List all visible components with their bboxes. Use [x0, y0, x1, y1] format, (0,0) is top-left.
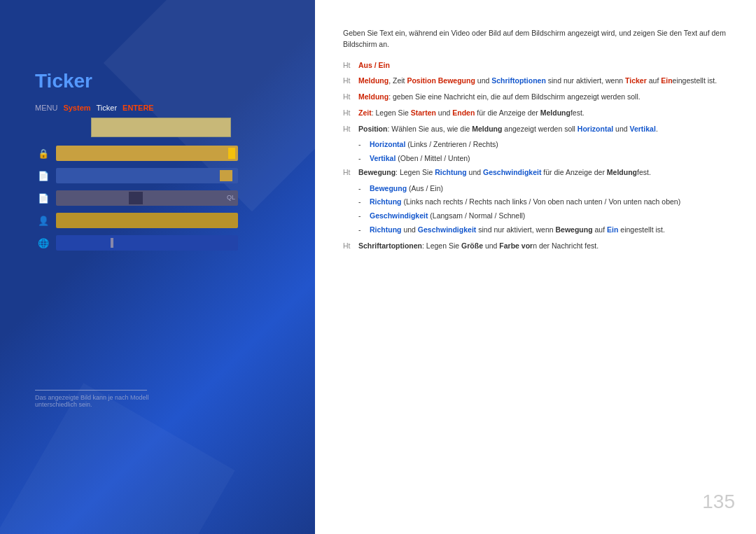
c2-position: Position	[407, 76, 435, 85]
menu-bar: MENU System Ticker ENTERE	[35, 104, 154, 112]
sub-item-b1: - Bewegung (Aus / Ein)	[358, 183, 735, 195]
c4-rest1: : Legen Sie	[372, 108, 411, 117]
c4-meldung: Meldung	[540, 108, 570, 117]
c4-enden: Enden	[452, 108, 475, 117]
sub-text-b1: Bewegung (Aus / Ein)	[370, 183, 443, 195]
sub-item-v1: - Vertikal (Oben / Mittel / Unten)	[358, 153, 735, 164]
row-icon-3: 📄	[35, 190, 52, 206]
c6-und: und	[467, 168, 483, 176]
menu-row-4: 👤	[35, 211, 238, 230]
aus-ein-text: Aus / Ein	[358, 61, 390, 69]
bar-dark-indicator	[129, 192, 143, 204]
content-line-1: Ht Aus / Ein	[343, 60, 735, 71]
right-panel: Geben Sie Text ein, während ein Video od…	[322, 0, 756, 534]
dash-4: -	[358, 197, 370, 208]
c4-zeit: Zeit	[358, 108, 372, 117]
c7-auf: auf	[593, 225, 607, 234]
c6-bewegung: Bewegung	[358, 168, 396, 176]
sub-item-h1: - Horizontal (Links / Zentrieren / Recht…	[358, 139, 735, 150]
c7-ein: Ein	[607, 225, 618, 234]
c7-bewegung: Bewegung	[556, 225, 593, 234]
c8-schrift: Schriftartoptionen	[358, 241, 422, 250]
c4-und: und	[436, 108, 452, 117]
c2-und: und	[475, 76, 491, 85]
sub-vertikal: Vertikal	[370, 154, 396, 162]
c4-rest2: für die Anzeige der	[475, 108, 540, 117]
page-number: 135	[702, 491, 735, 513]
row-icon-5: 🌐	[35, 234, 52, 251]
sub-text-b3: Geschwindigkeit (Langsam / Normal / Schn…	[370, 211, 525, 222]
menu-item-system[interactable]: System	[63, 104, 90, 112]
c2-eingestellt: eingestellt ist.	[673, 76, 718, 85]
content-line-7: - Richtung und Geschwindigkeit sind nur …	[358, 225, 735, 236]
dash-6: -	[358, 225, 370, 236]
sub-horizontal: Horizontal	[370, 140, 405, 148]
ht-label-3: Ht	[343, 92, 358, 103]
menu-item-ticker[interactable]: Ticker	[97, 104, 118, 112]
page-title: Ticker	[35, 70, 92, 92]
content-text-1: Aus / Ein	[358, 60, 735, 71]
c5-dot: .	[656, 125, 658, 133]
c5-rest1: : Wählen Sie aus, wie die	[387, 125, 472, 133]
c3-meldung: Meldung	[358, 92, 388, 101]
menu-rows: 🔒 📄 📄 QL 👤 🌐	[35, 143, 238, 255]
content-line-6: Ht Bewegung: Legen Sie Richtung und Gesc…	[343, 167, 735, 178]
content-line-5: Ht Position: Wählen Sie aus, wie die Mel…	[343, 124, 735, 135]
c4-starten: Starten	[411, 108, 436, 117]
content-text-4: Zeit: Legen Sie Starten und Enden für di…	[358, 108, 735, 119]
row-icon-4: 👤	[35, 212, 52, 229]
c8-rest2: n der Nachricht fest.	[533, 241, 598, 250]
c3-rest: : geben Sie eine Nachricht ein, die auf …	[388, 92, 640, 101]
footnote-text: Das angezeigte Bild kann je nach Modell …	[35, 394, 149, 408]
content-text-8: Schriftartoptionen: Legen Sie Größe und …	[358, 241, 735, 252]
c5-und: und	[613, 125, 629, 133]
ht-label-2: Ht	[343, 76, 358, 87]
c6-meldung: Meldung	[607, 168, 637, 176]
c5-meldung: Meldung	[472, 125, 502, 133]
c2-sind: sind nur aktiviert, wenn	[546, 76, 625, 85]
menu-item-entere[interactable]: ENTERE	[122, 104, 154, 112]
c6-richtung: Richtung	[435, 168, 467, 176]
bar-indicator-1	[228, 148, 235, 159]
sub-text-h1: Horizontal (Links / Zentrieren / Rechts)	[370, 139, 498, 150]
c2-ticker: Ticker	[625, 76, 647, 85]
row-bar-2	[56, 168, 238, 183]
footnote: Das angezeigte Bild kann je nach Modell …	[35, 390, 175, 408]
c2-meldung: Meldung	[358, 76, 388, 85]
row-bar-1	[56, 146, 238, 161]
c7-geschw: Geschwindigkeit	[418, 225, 476, 234]
content-line-2: Ht Meldung, Zeit Position Bewegung und S…	[343, 76, 735, 87]
ht-label-5: Ht	[343, 124, 358, 135]
left-panel: Ticker MENU System Ticker ENTERE 🔒 📄 📄	[0, 0, 315, 534]
c5-horizontal: Horizontal	[578, 125, 613, 133]
sub-bewegung: Bewegung	[370, 184, 407, 192]
ht-label-6: Ht	[343, 167, 358, 178]
screen-mockup	[91, 118, 231, 137]
c7-eingestellt: eingestellt ist.	[618, 225, 665, 234]
content-text-7: Richtung und Geschwindigkeit sind nur ak…	[370, 225, 735, 236]
row-icon-1: 🔒	[35, 145, 52, 162]
content-text-6: Bewegung: Legen Sie Richtung und Geschwi…	[358, 167, 735, 178]
c6-geschw: Geschwindigkeit	[483, 168, 541, 176]
ht-label-8: Ht	[343, 241, 358, 252]
c5-rest2: angezeigt werden soll	[502, 125, 577, 133]
content-line-3: Ht Meldung: geben Sie eine Nachricht ein…	[343, 92, 735, 103]
c2-schrift: Schriftoptionen	[491, 76, 546, 85]
dash-5: -	[358, 211, 370, 222]
content-line-4: Ht Zeit: Legen Sie Starten und Enden für…	[343, 108, 735, 119]
c2-bewegung: Bewegung	[438, 76, 475, 85]
row-bar-3: QL	[56, 190, 238, 206]
content-text-2: Meldung, Zeit Position Bewegung und Schr…	[358, 76, 735, 87]
dash-2: -	[358, 153, 370, 164]
sub-item-b2: - Richtung (Links nach rechts / Rechts n…	[358, 197, 735, 208]
c7-rest: sind nur aktiviert, wenn	[476, 225, 555, 234]
normal-text: Normal	[469, 211, 493, 220]
menu-item-menu: MENU	[35, 104, 57, 112]
content-text-3: Meldung: geben Sie eine Nachricht ein, d…	[358, 92, 735, 103]
sub-geschwindigkeit: Geschwindigkeit	[370, 211, 428, 220]
sub-item-b3: - Geschwindigkeit (Langsam / Normal / Sc…	[358, 211, 735, 222]
sub-text-b2: Richtung (Links nach rechts / Rechts nac…	[370, 197, 680, 208]
c6-fest: fest.	[637, 168, 651, 176]
c5-vertikal: Vertikal	[630, 125, 656, 133]
c7-richtung: Richtung	[370, 225, 402, 234]
